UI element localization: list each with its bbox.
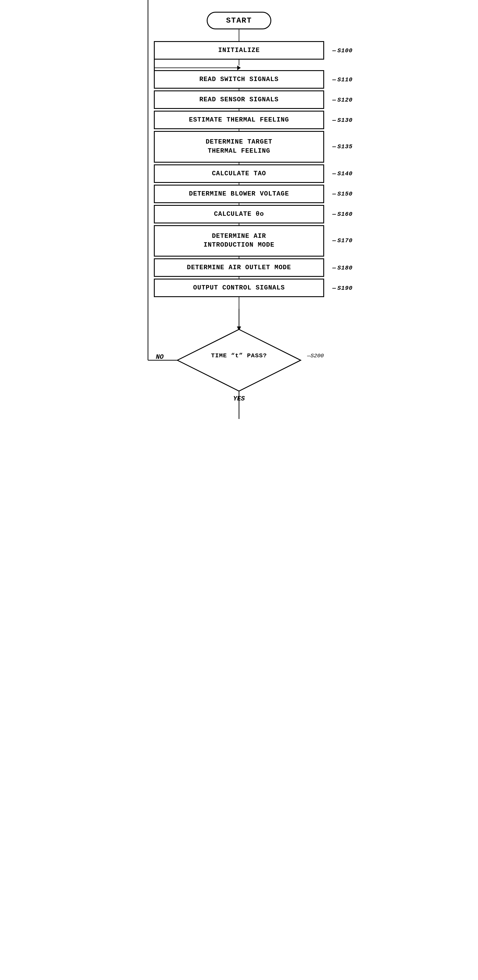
- step-label-s150: S150: [332, 191, 353, 197]
- decision-loop-svg: TIME “t” PASS? —S200 YES NO: [136, 309, 342, 420]
- calculate-tao-step: CALCULATE TAO S140: [154, 164, 324, 183]
- step-label-s160: S160: [332, 211, 353, 218]
- read-sensor-step: READ SENSOR SIGNALS S120: [154, 91, 324, 109]
- step-label-s130: S130: [332, 116, 353, 123]
- svg-text:TIME “t” PASS?: TIME “t” PASS?: [211, 352, 267, 359]
- step-label-s100: S100: [332, 47, 353, 54]
- flowchart: START INITIALIZE S100 READ SWITCH SIGNAL…: [107, 12, 371, 968]
- start-node: START: [207, 12, 271, 29]
- read-switch-step: READ SWITCH SIGNALS S110: [154, 70, 324, 89]
- determine-air-outlet-step: DETERMINE AIR OUTLET MODE S180: [154, 258, 324, 277]
- determine-blower-step: DETERMINE BLOWER VOLTAGE S150: [154, 185, 324, 203]
- step-label-s190: S190: [332, 285, 353, 291]
- step-label-s180: S180: [332, 264, 353, 271]
- calculate-theta-step: CALCULATE θo S160: [154, 205, 324, 223]
- step-label-s140: S140: [332, 170, 353, 177]
- connector: [239, 29, 239, 41]
- step-label-s110: S110: [332, 76, 353, 83]
- step-label-s135: S135: [332, 143, 353, 151]
- step-label-s120: S120: [332, 96, 353, 103]
- step-label-s170: S170: [332, 237, 353, 245]
- estimate-thermal-step: ESTIMATE THERMAL FEELING S130: [154, 111, 324, 129]
- determine-air-intro-step: DETERMINE AIR INTRODUCTION MODE S170: [154, 225, 324, 257]
- svg-text:—S200: —S200: [307, 353, 324, 359]
- svg-marker-2: [177, 329, 301, 391]
- output-control-step: OUTPUT CONTROL SIGNALS S190: [154, 278, 324, 297]
- initialize-step: INITIALIZE S100: [154, 41, 324, 60]
- svg-text:NO: NO: [156, 353, 164, 361]
- determine-target-step: DETERMINE TARGET THERMAL FEELING S135: [154, 131, 324, 163]
